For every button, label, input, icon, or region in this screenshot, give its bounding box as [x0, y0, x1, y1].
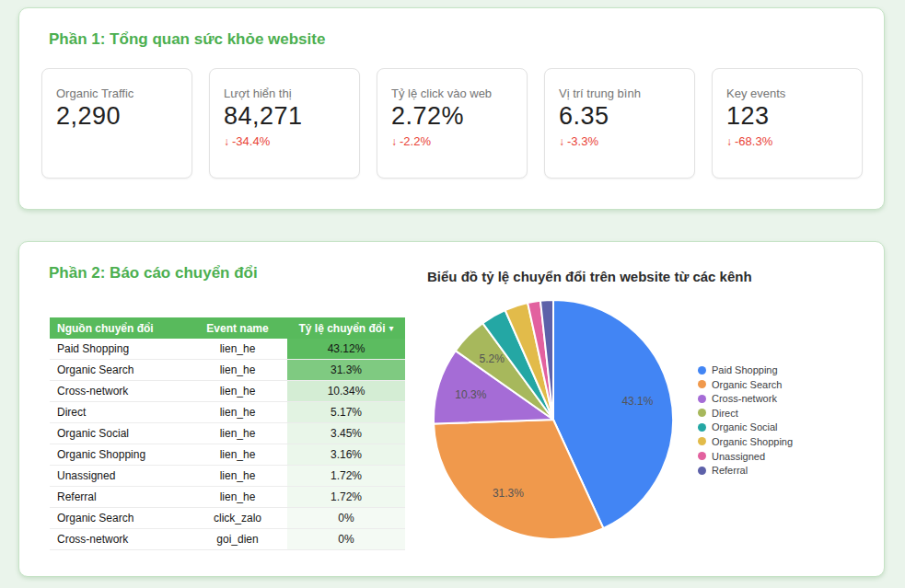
cell-source: Paid Shopping	[50, 339, 188, 359]
legend-label: Cross-network	[712, 393, 777, 404]
scorecard-label: Organic Traffic	[56, 86, 178, 100]
legend-label: Organic Social	[712, 421, 778, 432]
table-row[interactable]: Directlien_he5.17%	[50, 402, 405, 423]
pie-slice-label: 10.3%	[455, 388, 486, 401]
legend-color-dot	[698, 409, 706, 417]
column-header-rate-label: Tỷ lệ chuyển đổi	[298, 322, 385, 335]
pie-chart-title: Biểu đồ tỷ lệ chuyển đổi trên website từ…	[427, 269, 752, 284]
pie-chart[interactable]: 43.1%31.3%10.3%5.2%	[420, 286, 696, 562]
legend-label: Paid Shopping	[712, 364, 778, 375]
table-row[interactable]: Organic Searchlien_he31.3%	[50, 360, 405, 381]
scorecard-delta-value: -68.3%	[735, 134, 772, 148]
column-header-rate[interactable]: Tỷ lệ chuyển đổi ▾	[287, 317, 405, 339]
scorecard-4[interactable]: Vị trí trung bình6.35↓-3.3%	[544, 68, 695, 179]
legend-item[interactable]: Unassigned	[698, 451, 793, 462]
scorecard-label: Vị trí trung bình	[559, 86, 680, 100]
cell-rate: 1.72%	[287, 487, 405, 507]
cell-event: lien_he	[188, 381, 287, 401]
scorecard-delta: ↓-34.4%	[224, 134, 345, 148]
cell-source: Organic Search	[50, 360, 188, 380]
scorecard-value: 123	[726, 102, 848, 131]
cell-rate: 3.16%	[287, 444, 405, 465]
column-header-event[interactable]: Event name	[188, 317, 287, 339]
cell-source: Direct	[50, 402, 188, 422]
legend-color-dot	[698, 437, 706, 445]
down-arrow-icon: ↓	[391, 135, 397, 148]
legend-color-dot	[698, 380, 706, 388]
cell-source: Organic Shopping	[50, 444, 188, 465]
table-row[interactable]: Unassignedlien_he1.72%	[50, 466, 405, 487]
legend-label: Unassigned	[712, 451, 765, 462]
scorecard-label: Tỷ lệ click vào web	[391, 86, 513, 100]
cell-rate: 0%	[287, 529, 405, 549]
cell-event: lien_he	[188, 402, 287, 422]
scorecard-value: 84,271	[224, 102, 345, 131]
scorecard-2[interactable]: Lượt hiển thị84,271↓-34.4%	[209, 68, 360, 179]
legend-item[interactable]: Organic Search	[698, 379, 793, 390]
legend-item[interactable]: Referral	[698, 465, 793, 476]
table-header-row: Nguồn chuyển đổi Event name Tỷ lệ chuyển…	[50, 317, 405, 339]
down-arrow-icon: ↓	[224, 135, 229, 148]
scorecard-delta-value: -2.2%	[400, 134, 431, 148]
cell-rate: 5.17%	[287, 402, 405, 422]
legend-color-dot	[698, 366, 706, 375]
section2-title: Phần 2: Báo cáo chuyển đổi	[49, 264, 258, 282]
table-body: Paid Shoppinglien_he43.12%Organic Search…	[50, 339, 405, 550]
scorecard-value: 2,290	[56, 102, 178, 131]
table-row[interactable]: Organic Shoppinglien_he3.16%	[50, 444, 405, 466]
cell-rate: 1.72%	[287, 466, 405, 486]
scorecard-delta: ↓-2.2%	[391, 134, 513, 148]
legend-item[interactable]: Cross-network	[698, 393, 793, 404]
sort-desc-icon: ▾	[389, 323, 394, 333]
cell-source: Organic Search	[50, 508, 188, 528]
pie-slice-label: 5.2%	[480, 352, 505, 365]
table-row[interactable]: Paid Shoppinglien_he43.12%	[50, 339, 405, 360]
scorecard-1[interactable]: Organic Traffic2,290↓	[41, 68, 192, 179]
scorecard-label: Key events	[726, 86, 848, 100]
cell-source: Cross-network	[50, 529, 188, 549]
down-arrow-icon: ↓	[559, 135, 564, 148]
cell-rate: 10.34%	[287, 381, 405, 401]
scorecard-delta: ↓-68.3%	[726, 134, 848, 148]
cell-event: lien_he	[188, 339, 287, 359]
scorecard-delta-value: -34.4%	[232, 134, 270, 148]
pie-slice-label: 43.1%	[621, 395, 653, 408]
cell-event: lien_he	[188, 487, 287, 507]
legend-item[interactable]: Direct	[698, 408, 793, 419]
cell-event: lien_he	[188, 423, 287, 444]
table-row[interactable]: Cross-networklien_he10.34%	[50, 381, 405, 402]
scorecard-row: Organic Traffic2,290↓Lượt hiển thị84,271…	[41, 68, 863, 179]
overview-panel: Phần 1: Tổng quan sức khỏe website Organ…	[18, 7, 885, 210]
scorecard-delta-value: -3.3%	[567, 134, 598, 148]
cell-event: lien_he	[188, 444, 287, 465]
scorecard-5[interactable]: Key events123↓-68.3%	[712, 68, 863, 179]
column-header-source[interactable]: Nguồn chuyển đổi	[50, 317, 188, 339]
legend-item[interactable]: Organic Shopping	[698, 436, 793, 447]
legend-color-dot	[698, 467, 706, 475]
legend-label: Direct	[712, 408, 738, 419]
legend-color-dot	[698, 395, 706, 403]
legend-color-dot	[698, 423, 706, 432]
legend-color-dot	[698, 452, 706, 460]
legend-label: Organic Search	[712, 379, 782, 390]
cell-event: click_zalo	[188, 508, 287, 528]
table-row[interactable]: Organic Sociallien_he3.45%	[50, 423, 405, 444]
legend-item[interactable]: Paid Shopping	[698, 364, 793, 375]
pie-legend: Paid ShoppingOrganic SearchCross-network…	[698, 364, 793, 476]
legend-label: Referral	[712, 465, 748, 476]
table-row[interactable]: Cross-networkgoi_dien0%	[50, 529, 405, 550]
scorecard-label: Lượt hiển thị	[224, 86, 345, 100]
scorecard-3[interactable]: Tỷ lệ click vào web2.72%↓-2.2%	[377, 68, 528, 179]
legend-item[interactable]: Organic Social	[698, 421, 793, 432]
cell-rate: 43.12%	[287, 339, 405, 359]
scorecard-value: 2.72%	[391, 102, 513, 131]
cell-rate: 31.3%	[287, 360, 405, 380]
legend-label: Organic Shopping	[712, 436, 793, 447]
pie-slice-label: 31.3%	[493, 487, 524, 500]
cell-rate: 0%	[287, 508, 405, 528]
table-row[interactable]: Referrallien_he1.72%	[50, 487, 405, 508]
table-row[interactable]: Organic Searchclick_zalo0%	[50, 508, 405, 529]
cell-source: Cross-network	[50, 381, 188, 401]
cell-event: lien_he	[188, 360, 287, 380]
scorecard-delta: ↓-3.3%	[559, 134, 680, 148]
